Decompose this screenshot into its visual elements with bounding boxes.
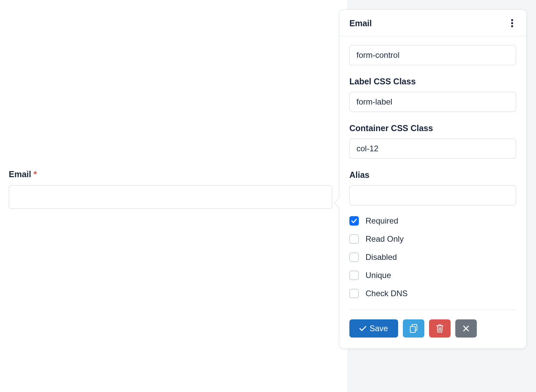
save-button[interactable]: Save: [349, 319, 398, 338]
readonly-checkbox[interactable]: [349, 234, 359, 244]
readonly-label: Read Only: [366, 234, 404, 244]
check-icon: [351, 219, 357, 223]
panel-header: Email: [339, 10, 526, 36]
label-css-class-label: Label CSS Class: [349, 77, 516, 86]
svg-point-0: [511, 19, 513, 21]
svg-rect-4: [410, 326, 415, 332]
required-checkbox[interactable]: [349, 216, 359, 226]
required-label: Required: [366, 216, 398, 226]
close-icon: [463, 325, 469, 331]
delete-button[interactable]: [429, 319, 451, 338]
field-properties-panel: Email Label CSS Class Container CSS Clas…: [339, 9, 527, 349]
svg-point-2: [511, 25, 513, 27]
checkbox-list: Required Read Only Disabled Unique: [349, 216, 516, 298]
disabled-checkbox[interactable]: [349, 252, 359, 262]
panel-title: Email: [349, 18, 372, 28]
check-dns-row: Check DNS: [349, 289, 516, 298]
close-button[interactable]: [455, 319, 477, 338]
container-css-class-input[interactable]: [349, 139, 516, 159]
readonly-row: Read Only: [349, 234, 516, 244]
alias-label: Alias: [349, 170, 516, 180]
copy-icon: [410, 324, 418, 333]
unique-row: Unique: [349, 271, 516, 280]
email-input[interactable]: [9, 185, 332, 209]
trash-icon: [436, 324, 444, 333]
copy-button[interactable]: [403, 319, 424, 338]
email-label: Email *: [9, 169, 332, 179]
check-icon: [359, 326, 366, 331]
form-field-preview: Email *: [9, 169, 332, 209]
disabled-label: Disabled: [366, 252, 397, 262]
unique-label: Unique: [366, 271, 391, 280]
css-class-input[interactable]: [349, 45, 516, 65]
unique-checkbox[interactable]: [349, 271, 359, 280]
check-dns-checkbox[interactable]: [349, 289, 359, 298]
check-dns-label: Check DNS: [366, 289, 408, 298]
label-css-class-input[interactable]: [349, 92, 516, 112]
svg-point-1: [511, 22, 513, 24]
disabled-row: Disabled: [349, 252, 516, 262]
panel-body: Label CSS Class Container CSS Class Alia…: [339, 36, 526, 310]
required-row: Required: [349, 216, 516, 226]
more-options-button[interactable]: [507, 18, 517, 29]
required-asterisk: *: [34, 169, 37, 179]
container-css-class-label: Container CSS Class: [349, 123, 516, 133]
panel-footer: Save: [349, 310, 516, 348]
alias-input[interactable]: [349, 185, 516, 205]
email-label-text: Email: [9, 169, 31, 179]
more-vertical-icon: [511, 19, 513, 27]
save-button-label: Save: [370, 324, 388, 333]
